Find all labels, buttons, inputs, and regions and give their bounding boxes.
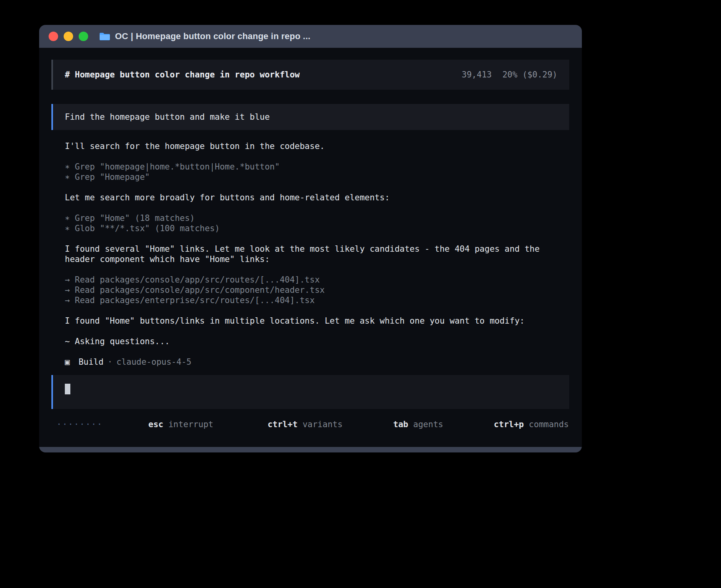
agents-label: agents (408, 420, 444, 429)
tool-call-glob: ∗ Glob "**/*.tsx" (100 matches) (65, 223, 563, 234)
session-title: # Homepage button color change in repo w… (65, 70, 300, 80)
assistant-text: Let me search more broadly for buttons a… (65, 192, 563, 203)
tool-call-read: → Read packages/enterprise/src/routes/[.… (65, 295, 563, 305)
zoom-button[interactable] (79, 32, 88, 41)
esc-key-label: esc (148, 420, 163, 429)
session-stats: 39,413 20% ($0.29) (462, 70, 557, 80)
agent-status-line: ▣ Build · claude-opus-4-5 (65, 357, 563, 367)
input-model-line: Build Claude Opus 4.5 OpenCode Zen (65, 406, 557, 409)
agent-build-icon: ▣ (65, 357, 70, 367)
interrupt-label: interrupt (163, 420, 213, 429)
tool-call-grep: ∗ Grep "Home" (18 matches) (65, 213, 563, 223)
tool-call-read: → Read packages/console/app/src/componen… (65, 285, 563, 295)
tool-call-read: → Read packages/console/app/src/routes/[… (65, 275, 563, 285)
context-usage: 20% ($0.29) (502, 70, 557, 80)
status-bar: ········ esc interrupt ctrl+t variants t… (39, 409, 582, 447)
commands-label: commands (524, 420, 569, 429)
user-message: Find the homepage button and make it blu… (51, 104, 569, 130)
folder-icon (99, 32, 110, 41)
hint-agents: tab agents (353, 409, 444, 440)
assistant-text: I'll search for the homepage button in t… (65, 141, 563, 151)
agent-separator-dot: · (108, 357, 113, 367)
variants-label: variants (298, 420, 343, 429)
ctrl-t-key-label: ctrl+t (268, 420, 298, 429)
hint-variants: ctrl+t variants (228, 409, 343, 440)
activity-spinner-dots: ········ (57, 419, 103, 430)
assistant-response: I'll search for the homepage button in t… (65, 130, 563, 367)
tool-call-grep: ∗ Grep "homepage|home.*button|Home.*butt… (65, 162, 563, 172)
close-button[interactable] (49, 32, 58, 41)
hint-interrupt: esc interrupt (108, 409, 213, 440)
user-message-text: Find the homepage button and make it blu… (65, 112, 270, 122)
terminal-window: OC | Homepage button color change in rep… (39, 25, 582, 452)
terminal-content: # Homepage button color change in repo w… (39, 48, 582, 447)
status-asking-questions: ~ Asking questions... (65, 336, 563, 347)
agent-name: Build (79, 357, 104, 367)
conversation-scroll[interactable]: # Homepage button color change in repo w… (39, 48, 582, 409)
ctrl-p-key-label: ctrl+p (494, 420, 524, 429)
prompt-input[interactable]: Build Claude Opus 4.5 OpenCode Zen (51, 375, 569, 409)
assistant-text: I found "Home" buttons/links in multiple… (65, 316, 563, 326)
hint-commands: ctrl+p commands (454, 409, 569, 440)
titlebar: OC | Homepage button color change in rep… (39, 25, 582, 48)
agent-model: claude-opus-4-5 (117, 357, 192, 367)
tab-key-label: tab (393, 420, 408, 429)
session-header: # Homepage button color change in repo w… (51, 60, 569, 90)
text-cursor[interactable] (65, 384, 70, 394)
assistant-text: I found several "Home" links. Let me loo… (65, 244, 563, 264)
token-count: 39,413 (462, 70, 492, 80)
minimize-button[interactable] (64, 32, 73, 41)
tool-call-grep: ∗ Grep "Homepage" (65, 172, 563, 182)
window-title: OC | Homepage button color change in rep… (115, 31, 310, 41)
